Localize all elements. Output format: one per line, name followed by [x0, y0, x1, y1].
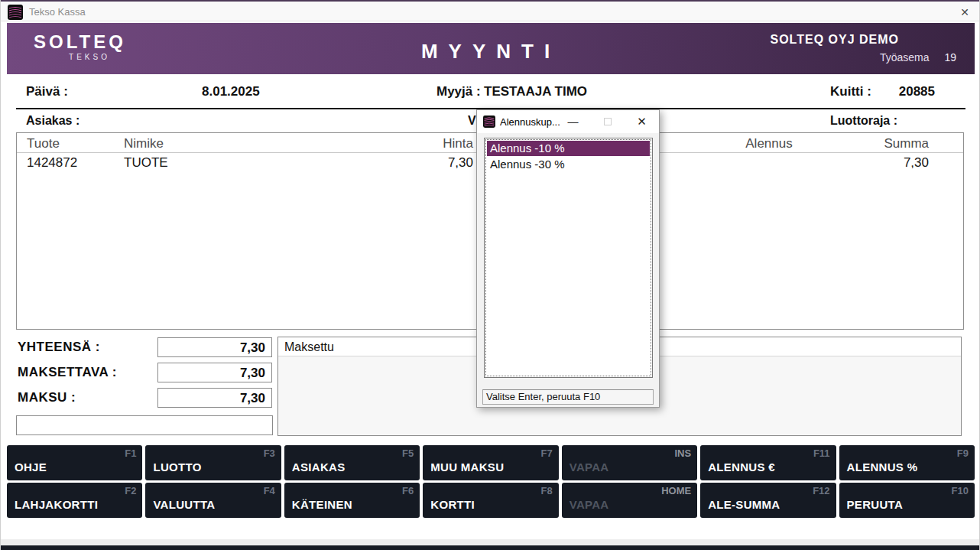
dialog-app-icon — [483, 116, 495, 128]
asiakas-button[interactable]: ASIAKAS F5 — [284, 445, 420, 480]
payable-label: MAKSETTAVA : — [18, 365, 117, 380]
company-name: SOLTEQ OYJ DEMO — [771, 33, 900, 47]
button-label: KÄTEINEN — [292, 498, 352, 511]
ohje-button[interactable]: OHJE F1 — [7, 445, 142, 480]
row-price: 7,30 — [346, 155, 473, 171]
button-key: F3 — [264, 447, 275, 459]
dialog-status-text: Valitse Enter, peruuta F10 — [482, 389, 654, 405]
button-label: ALENNUS € — [708, 461, 775, 474]
alennus-percent-button[interactable]: ALENNUS % F9 — [839, 445, 975, 480]
vapaa-home-button: VAPAA HOME — [562, 483, 697, 518]
dialog-title: Alennuskup... — [500, 116, 560, 128]
date-value: 8.01.2025 — [202, 84, 260, 99]
credit-limit-label: Luottoraja : — [830, 114, 897, 128]
bottom-margin-strip — [1, 539, 980, 545]
button-label: VAPAA — [570, 498, 609, 511]
payable-value: 7,30 — [157, 363, 272, 382]
workstation-value: 19 — [944, 51, 956, 63]
window-bottom-edge — [1, 545, 980, 550]
col-price: Hinta — [346, 136, 473, 151]
discount-dialog: Alennuskup... — ✕ Alennus -10 % Alennus … — [476, 109, 660, 408]
button-label: PERUUTA — [847, 498, 904, 511]
row-sum: 7,30 — [842, 155, 929, 171]
col-sum: Summa — [842, 136, 929, 151]
dialog-minimize-icon[interactable]: — — [556, 110, 590, 133]
receipt-label: Kuitti : — [830, 84, 871, 99]
receipt-value: 20885 — [876, 84, 935, 99]
button-key: INS — [674, 447, 691, 459]
window-close-icon[interactable]: ✕ — [956, 5, 973, 20]
button-label: VAPAA — [570, 461, 609, 474]
button-key: F5 — [402, 447, 414, 459]
lahjakortti-button[interactable]: LAHJAKORTTI F2 — [7, 483, 142, 518]
date-label: Päivä : — [26, 84, 68, 99]
kortti-button[interactable]: KORTTI F8 — [423, 483, 558, 518]
luotto-button[interactable]: LUOTTO F3 — [145, 445, 281, 480]
discount-listbox-inner: Alennus -10 % Alennus -30 % — [485, 139, 651, 376]
entry-input[interactable] — [16, 415, 273, 435]
total-label: YHTEENSÄ : — [18, 340, 100, 355]
vapaa-ins-button: VAPAA INS — [562, 445, 697, 480]
muu-maksu-button[interactable]: MUU MAKSU F7 — [423, 445, 558, 480]
button-label: LAHJAKORTTI — [15, 498, 98, 511]
payment-value: 7,30 — [157, 388, 272, 408]
button-label: ALENNUS % — [847, 461, 918, 474]
button-key: F8 — [541, 485, 553, 496]
seller-value: TESTAAJA TIMO — [484, 84, 587, 99]
button-label: VALUUTTA — [153, 498, 215, 511]
kateinen-button[interactable]: KÄTEINEN F6 — [284, 483, 420, 518]
ale-summa-button[interactable]: ALE-SUMMA F12 — [700, 483, 836, 518]
dialog-titlebar[interactable]: Alennuskup... — ✕ — [477, 110, 659, 133]
button-key: F1 — [125, 447, 136, 459]
row-product: 1424872 — [27, 155, 77, 171]
window-title: Tekso Kassa — [29, 6, 86, 18]
button-key: HOME — [661, 485, 691, 496]
customer-label: Asiakas : — [26, 114, 80, 128]
button-key: F2 — [125, 485, 136, 496]
button-key: F7 — [541, 447, 553, 459]
button-label: ASIAKAS — [292, 461, 346, 474]
button-key: F10 — [952, 485, 969, 496]
peruuta-button[interactable]: PERUUTA F10 — [839, 483, 975, 518]
button-label: LUOTTO — [153, 461, 201, 474]
button-label: MUU MAKSU — [430, 461, 504, 474]
workstation-info: Työasema 19 — [880, 51, 956, 63]
button-key: F11 — [813, 447, 830, 459]
dialog-close-icon[interactable]: ✕ — [625, 110, 659, 133]
window-titlebar: Tekso Kassa ✕ — [1, 2, 980, 21]
col-discount: Alennus — [720, 136, 818, 151]
valuutta-button[interactable]: VALUUTTA F4 — [145, 483, 281, 518]
button-key: F6 — [402, 485, 414, 496]
function-button-grid: OHJE F1 LUOTTO F3 ASIAKAS F5 MUU MAKSU F… — [7, 445, 975, 518]
list-item-discount-30[interactable]: Alennus -30 % — [487, 157, 650, 172]
workstation-label: Työasema — [880, 51, 930, 63]
total-value: 7,30 — [157, 337, 272, 357]
button-label: OHJE — [15, 461, 47, 474]
row-name: TUOTE — [124, 155, 168, 171]
alennus-euro-button[interactable]: ALENNUS € F11 — [700, 445, 836, 480]
app-header: SOLTEQ TEKSO MYYNTI SOLTEQ OYJ DEMO Työa… — [7, 23, 975, 74]
seller-label: Myyjä : — [436, 84, 481, 99]
col-product: Tuote — [27, 136, 60, 151]
button-label: KORTTI — [430, 498, 475, 511]
payment-label: MAKSU : — [18, 390, 76, 405]
dialog-maximize-icon — [590, 110, 625, 133]
col-name: Nimike — [124, 136, 164, 151]
discount-listbox: Alennus -10 % Alennus -30 % — [484, 138, 653, 378]
button-key: F12 — [813, 485, 829, 496]
button-label: ALE-SUMMA — [708, 498, 780, 511]
list-item-discount-10[interactable]: Alennus -10 % — [487, 141, 650, 156]
button-key: F4 — [264, 485, 275, 496]
app-logo-icon — [8, 5, 23, 20]
button-key: F9 — [957, 447, 969, 459]
vat-label-partial: V — [468, 114, 476, 128]
